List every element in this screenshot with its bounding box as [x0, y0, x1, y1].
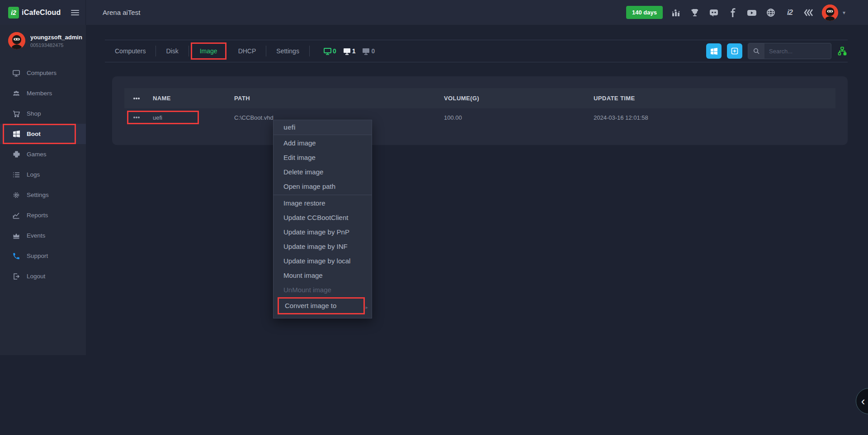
username: youngzsoft_admin — [30, 34, 82, 41]
cell-update-time: 2024-03-16 12:01:58 — [594, 114, 835, 121]
sidebar-item-label: Logs — [27, 171, 40, 178]
main-content: Computers Disk Image DHCP Settings 0 1 — [86, 25, 868, 435]
icafecloud-icon[interactable]: i2 — [784, 7, 796, 19]
cell-volume: 100.00 — [444, 114, 594, 121]
tab-computers[interactable]: Computers — [105, 47, 156, 55]
menu-item-edit-image[interactable]: Edit image — [274, 150, 372, 165]
online-count: 0 — [333, 47, 336, 55]
annotation-box-image-tab: Image — [191, 42, 226, 60]
tab-divider — [189, 46, 189, 56]
table-row[interactable]: uefi C:\CCBoot.vhd 100.00 2024-03-16 12:… — [124, 108, 835, 126]
menu-item-add-image[interactable]: Add image — [274, 136, 372, 150]
sidebar-item-computers[interactable]: Computers — [0, 63, 86, 83]
sidebar-item-label: Events — [27, 232, 45, 239]
sidebar-item-events[interactable]: Events — [0, 225, 86, 246]
image-table-card: NAME PATH VOLUME(G) UPDATE TIME uefi C:\… — [112, 76, 848, 145]
discord-icon[interactable] — [708, 7, 720, 19]
tab-image[interactable]: Image — [191, 42, 226, 60]
topbar-actions: 140 days i2 — [626, 5, 868, 21]
menu-item-delete-image[interactable]: Delete image — [274, 165, 372, 179]
ranking-icon[interactable] — [670, 7, 682, 19]
icafecloud-logo-icon: i2 — [8, 7, 19, 19]
license-days-badge[interactable]: 140 days — [626, 6, 663, 19]
menu-item-mount-image[interactable]: Mount image — [274, 268, 372, 283]
sidebar-item-label: Support — [27, 253, 48, 259]
col-header-name: NAME — [153, 95, 234, 102]
menu-toggle-icon[interactable] — [71, 9, 79, 17]
tab-disk[interactable]: Disk — [156, 47, 188, 55]
tabbar: Computers Disk Image DHCP Settings 0 1 — [105, 40, 848, 62]
offline-counter[interactable]: 0 — [362, 47, 375, 55]
sidebar-nav: Computers Members Shop Boot Games Lo — [0, 63, 86, 286]
sidebar-avatar — [8, 32, 25, 49]
sidebar-item-support[interactable]: Support — [0, 246, 86, 266]
context-menu-title: uefi — [274, 120, 372, 135]
online-counter[interactable]: 0 — [323, 47, 336, 55]
search-icon[interactable] — [748, 43, 764, 59]
sidebar-item-label: Shop — [27, 110, 41, 117]
sidebar-item-members[interactable]: Members — [0, 83, 86, 103]
col-header-volume: VOLUME(G) — [444, 95, 594, 102]
crown-icon — [12, 232, 20, 240]
games-icon — [12, 150, 20, 159]
search-input[interactable] — [764, 48, 831, 55]
offline-count: 0 — [371, 47, 375, 55]
windows-boot-button[interactable] — [706, 43, 722, 59]
toolbar-right — [706, 43, 848, 59]
menu-item-convert-image-to[interactable]: Convert image to — [279, 299, 363, 313]
col-header-path: PATH — [234, 95, 444, 102]
profile-block[interactable]: youngzsoft_admin 005193482475 — [0, 25, 86, 54]
user-avatar[interactable] — [822, 5, 838, 21]
add-image-button[interactable] — [727, 43, 742, 59]
cart-icon — [12, 110, 20, 118]
sidebar-item-label: Computers — [27, 70, 57, 76]
gear-icon — [12, 191, 20, 199]
pc-status-counters: 0 1 0 — [323, 47, 375, 55]
chevron-left-icon: ‹ — [861, 394, 865, 408]
layers-icon[interactable] — [803, 7, 815, 19]
search-box — [748, 43, 831, 59]
sidebar-item-logs[interactable]: Logs — [0, 164, 86, 185]
sidebar-item-label: Reports — [27, 212, 48, 219]
tab-dhcp[interactable]: DHCP — [228, 47, 266, 55]
busy-counter[interactable]: 1 — [343, 47, 356, 55]
tab-settings[interactable]: Settings — [266, 47, 309, 55]
logout-icon — [12, 272, 20, 281]
sidebar-item-label: Members — [27, 90, 52, 97]
row-actions-icon[interactable] — [133, 98, 140, 99]
sidebar-item-settings[interactable]: Settings — [0, 185, 86, 205]
icafecloud-app: i2 iCafeCloud Arena aiTest 140 days — [0, 0, 868, 435]
chevron-down-icon[interactable]: ▾ — [843, 9, 845, 16]
sidebar-item-label: Boot — [27, 131, 41, 137]
submenu-caret-icon: ▸ — [365, 300, 368, 314]
menu-item-update-image-by-inf[interactable]: Update image by INF — [274, 239, 372, 254]
menu-item-update-image-by-local[interactable]: Update image by local — [274, 254, 372, 268]
youtube-icon[interactable] — [746, 7, 758, 19]
monitor-icon — [12, 69, 20, 77]
network-topology-icon[interactable] — [837, 46, 848, 56]
sidebar-item-boot[interactable]: Boot — [0, 124, 86, 144]
facebook-icon[interactable] — [727, 7, 739, 19]
annotation-box-convert-image: Convert image to — [278, 297, 365, 314]
menu-item-update-ccbootclient[interactable]: Update CCBootClient — [274, 210, 372, 225]
sidebar-item-logout[interactable]: Logout — [0, 266, 86, 286]
user-id: 005193482475 — [30, 42, 82, 48]
menu-item-unmount-image: UnMount image — [274, 283, 372, 297]
phone-icon — [12, 252, 20, 260]
topbar: i2 iCafeCloud Arena aiTest 140 days — [0, 0, 868, 25]
topbar-brand-zone: i2 iCafeCloud — [0, 0, 86, 25]
sidebar-item-label: Logout — [27, 273, 45, 280]
sidebar-item-shop[interactable]: Shop — [0, 103, 86, 124]
tab-image-label: Image — [200, 47, 217, 55]
cell-name: uefi — [153, 114, 234, 121]
sidebar-item-games[interactable]: Games — [0, 144, 86, 164]
tab-divider — [309, 46, 310, 56]
menu-item-open-image-path[interactable]: Open image path — [274, 179, 372, 194]
menu-item-update-image-by-pnp[interactable]: Update image by PnP — [274, 225, 372, 239]
globe-icon[interactable] — [765, 7, 777, 19]
sidebar-item-reports[interactable]: Reports — [0, 205, 86, 225]
menu-item-image-restore[interactable]: Image restore — [274, 196, 372, 210]
chart-icon — [12, 211, 20, 220]
row-actions-icon[interactable] — [133, 117, 140, 118]
trophy-icon[interactable] — [689, 7, 701, 19]
